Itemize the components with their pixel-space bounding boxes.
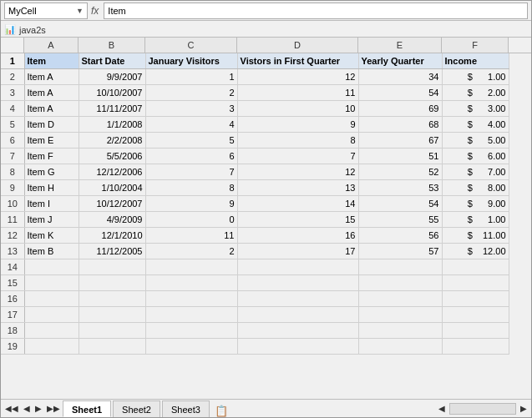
- table-row: 11 Item J 4/9/2009 0 15 55 $ 1.00: [1, 212, 509, 228]
- sheet-tab-sheet1[interactable]: Sheet1: [63, 400, 111, 417]
- col-header-d[interactable]: D: [237, 38, 358, 53]
- column-headers: A B C D E F: [1, 38, 531, 53]
- table-row: 14: [1, 259, 509, 275]
- sheet-tabs: Sheet1 Sheet2 Sheet3 📋: [63, 400, 436, 417]
- col-header-e[interactable]: E: [358, 38, 442, 53]
- table-row: 17: [1, 307, 509, 323]
- table-row: 10 Item I 10/12/2007 9 14 54 $ 9.00: [1, 196, 509, 212]
- cell-f1[interactable]: Income: [442, 53, 509, 69]
- col-header-c[interactable]: C: [145, 38, 237, 53]
- col-header-a[interactable]: A: [24, 38, 79, 53]
- cell-d1[interactable]: Vistors in First Quarter: [237, 53, 358, 69]
- col-header-b[interactable]: B: [79, 38, 145, 53]
- header-row: 1 Item Start Date January Visitors Visto…: [1, 53, 509, 69]
- table-row: 5 Item D 1/1/2008 4 9 68 $ 4.00: [1, 117, 509, 133]
- sheet-nav-next[interactable]: ▶: [33, 401, 44, 416]
- fx-label: fx: [91, 5, 99, 17]
- table-row: 8 Item G 12/12/2006 7 12 52 $ 7.00: [1, 164, 509, 180]
- formula-bar: MyCell ▼ fx: [1, 1, 531, 21]
- sheet-nav-prev[interactable]: ◀: [21, 401, 33, 416]
- scrollbar-track[interactable]: [449, 403, 516, 415]
- spreadsheet-table: 1 Item Start Date January Visitors Visto…: [1, 53, 509, 355]
- name-box-arrow[interactable]: ▼: [76, 7, 84, 15]
- table-row: 16: [1, 291, 509, 307]
- scroll-right-button[interactable]: ▶: [518, 401, 529, 416]
- table-row: 18: [1, 323, 509, 339]
- scroll-left-button[interactable]: ◀: [436, 401, 448, 416]
- cell-e1[interactable]: Yearly Quarter: [358, 53, 442, 69]
- table-row: 15: [1, 275, 509, 291]
- table-row: 19: [1, 339, 509, 355]
- cell-b1[interactable]: Start Date: [79, 53, 145, 69]
- table-row: 6 Item E 2/2/2008 5 8 67 $ 5.00: [1, 133, 509, 149]
- table-row: 9 Item H 1/10/2004 8 13 53 $ 8.00: [1, 180, 509, 196]
- horizontal-scrollbar: ◀ ▶: [436, 401, 529, 416]
- cell-c1[interactable]: January Visitors: [145, 53, 237, 69]
- row-num-1: 1: [1, 53, 24, 69]
- spreadsheet-container: A B C D E F 1: [1, 38, 531, 399]
- table-row: 7 Item F 5/5/2006 6 7 51 $ 6.00: [1, 149, 509, 164]
- table-row: 2 Item A 9/9/2007 1 12 34 $ 1.00: [1, 69, 509, 85]
- name-box[interactable]: MyCell ▼: [4, 3, 88, 19]
- table-row: 3 Item A 10/10/2007 2 11 54 $ 2.00: [1, 85, 509, 101]
- sheet-nav-last[interactable]: ▶▶: [44, 401, 63, 416]
- bottom-bar: ◀◀ ◀ ▶ ▶▶ Sheet1 Sheet2 Sheet3 📋 ◀ ▶: [1, 399, 531, 417]
- table-row: 12 Item K 12/1/2010 11 16 56 $ 11.00: [1, 228, 509, 244]
- workbook-label: java2s: [19, 25, 46, 35]
- grid-body[interactable]: 1 Item Start Date January Visitors Visto…: [1, 53, 531, 399]
- col-header-f[interactable]: F: [442, 38, 509, 53]
- app-window: MyCell ▼ fx 📊 java2s A B C D E F: [0, 0, 532, 418]
- insert-sheet-button[interactable]: 📋: [215, 405, 228, 417]
- name-box-value: MyCell: [8, 6, 76, 16]
- cell-a1[interactable]: Item: [24, 53, 79, 69]
- sheet-nav-first[interactable]: ◀◀: [3, 401, 21, 416]
- row-num-header: [1, 38, 24, 53]
- formula-input[interactable]: [104, 3, 528, 19]
- sheet-icon: 📊: [4, 24, 16, 35]
- workbook-tab-bar: 📊 java2s: [1, 21, 531, 38]
- sheet-tab-sheet2[interactable]: Sheet2: [113, 400, 160, 417]
- table-row: 4 Item A 11/11/2007 3 10 69 $ 3.00: [1, 101, 509, 117]
- sheet-tab-sheet3[interactable]: Sheet3: [162, 400, 210, 417]
- table-row: 13 Item B 11/12/2005 2 17 57 $ 12.00: [1, 244, 509, 259]
